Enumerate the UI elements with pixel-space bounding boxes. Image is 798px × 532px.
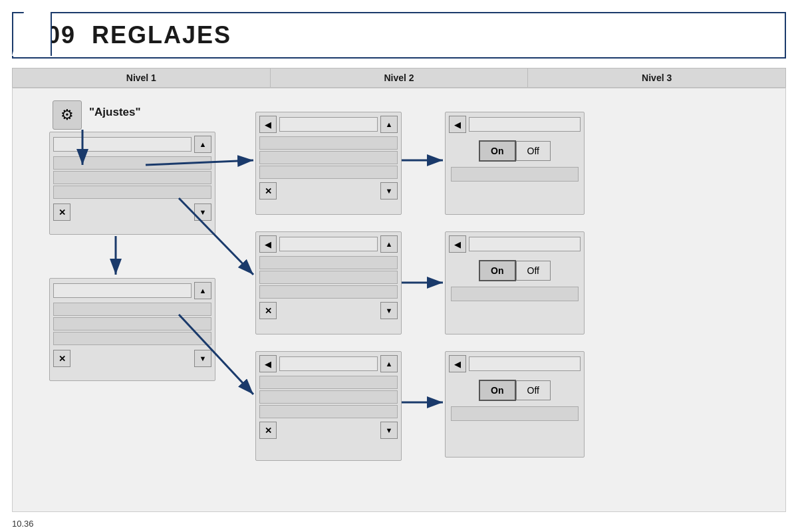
- l2-top-input[interactable]: [279, 117, 378, 132]
- content-area: ⚙ "Ajustes" ▲ ✕ ▼ ▲ ✕: [12, 88, 786, 512]
- l1-top-up-btn[interactable]: ▲: [194, 136, 211, 153]
- l1-top-x-btn[interactable]: ✕: [53, 203, 70, 221]
- l2-top-x-btn[interactable]: ✕: [259, 182, 277, 200]
- l3-mid-off-btn[interactable]: Off: [516, 261, 551, 281]
- l1-bottom-input[interactable]: [53, 283, 192, 298]
- l3-bottom-back-btn[interactable]: ◀: [449, 355, 466, 372]
- l2-bottom-x-btn[interactable]: ✕: [259, 422, 277, 439]
- l2-mid-list-row-1: [259, 256, 398, 269]
- l2-mid-back-btn[interactable]: ◀: [259, 235, 277, 253]
- l2-bottom-list-row-2: [259, 390, 398, 404]
- page-title: 09 REGLAJES: [47, 21, 231, 49]
- l1-top-list-row-2: [53, 171, 211, 184]
- l3-top-off-btn[interactable]: Off: [516, 141, 551, 161]
- l1-bottom-down-btn[interactable]: ▼: [194, 350, 211, 367]
- l3-top-on-btn[interactable]: On: [479, 140, 515, 162]
- l3-bottom-display: [469, 356, 581, 371]
- l3-bottom-bottom-input: [451, 406, 579, 421]
- header-title-text: REGLAJES: [92, 21, 231, 49]
- l1-top-list-row-3: [53, 186, 211, 199]
- l2-mid-x-btn[interactable]: ✕: [259, 302, 277, 319]
- panel-l2-mid: ◀ ▲ ✕ ▼: [255, 231, 402, 334]
- l3-mid-back-btn[interactable]: ◀: [449, 235, 466, 253]
- l2-mid-up-btn[interactable]: ▲: [380, 235, 398, 253]
- l3-bottom-on-btn[interactable]: On: [479, 380, 515, 401]
- col-header-nivel2: Nivel 2: [271, 68, 529, 87]
- l2-bottom-back-btn[interactable]: ◀: [259, 355, 277, 372]
- l3-top-bottom-input: [451, 167, 579, 182]
- panel-l3-top: ◀ On Off: [445, 112, 585, 215]
- l2-bottom-list-row-1: [259, 376, 398, 389]
- l1-top-down-btn[interactable]: ▼: [194, 203, 211, 221]
- l2-bottom-down-btn[interactable]: ▼: [380, 422, 398, 439]
- l1-top-input[interactable]: [53, 137, 192, 152]
- l1-top-list-row-1: [53, 156, 211, 170]
- l2-bottom-list-row-3: [259, 405, 398, 418]
- panel-l1-top: ▲ ✕ ▼: [49, 132, 215, 235]
- panel-l1-bottom: ▲ ✕ ▼: [49, 278, 215, 381]
- l2-bottom-input[interactable]: [279, 356, 378, 371]
- header: 09 REGLAJES: [12, 12, 786, 59]
- l2-top-list-row-3: [259, 166, 398, 179]
- ajustes-icon: ⚙: [53, 100, 82, 130]
- ajustes-label: "Ajustes": [89, 106, 141, 119]
- column-headers: Nivel 1 Nivel 2 Nivel 3: [12, 68, 786, 88]
- l2-mid-input[interactable]: [279, 237, 378, 251]
- l1-bottom-up-btn[interactable]: ▲: [194, 282, 211, 299]
- l3-top-display: [469, 117, 581, 132]
- l3-top-back-btn[interactable]: ◀: [449, 116, 466, 133]
- l2-top-back-btn[interactable]: ◀: [259, 116, 277, 133]
- l2-mid-list-row-2: [259, 271, 398, 284]
- panel-l3-bottom: ◀ On Off: [445, 351, 585, 458]
- l2-mid-list-row-3: [259, 285, 398, 299]
- l2-top-list-row-2: [259, 151, 398, 164]
- l1-bottom-list-row-3: [53, 332, 211, 345]
- footer-page-number: 10.36: [12, 519, 34, 529]
- l3-bottom-off-btn[interactable]: Off: [516, 380, 551, 400]
- l1-bottom-list-row-2: [53, 317, 211, 331]
- l2-top-up-btn[interactable]: ▲: [380, 116, 398, 133]
- l3-mid-on-btn[interactable]: On: [479, 260, 515, 281]
- l1-bottom-list-row-1: [53, 303, 211, 316]
- panel-l3-mid: ◀ On Off: [445, 231, 585, 334]
- l2-top-list-row-1: [259, 136, 398, 150]
- col-header-nivel1: Nivel 1: [13, 68, 271, 87]
- header-notch: [12, 12, 52, 56]
- l2-bottom-up-btn[interactable]: ▲: [380, 355, 398, 372]
- panel-l2-top: ◀ ▲ ✕ ▼: [255, 112, 402, 215]
- l2-mid-down-btn[interactable]: ▼: [380, 302, 398, 319]
- l3-mid-display: [469, 237, 581, 251]
- l3-mid-bottom-input: [451, 287, 579, 301]
- l2-top-down-btn[interactable]: ▼: [380, 182, 398, 200]
- col-header-nivel3: Nivel 3: [528, 68, 785, 87]
- panel-l2-bottom: ◀ ▲ ✕ ▼: [255, 351, 402, 461]
- l1-bottom-x-btn[interactable]: ✕: [53, 350, 70, 367]
